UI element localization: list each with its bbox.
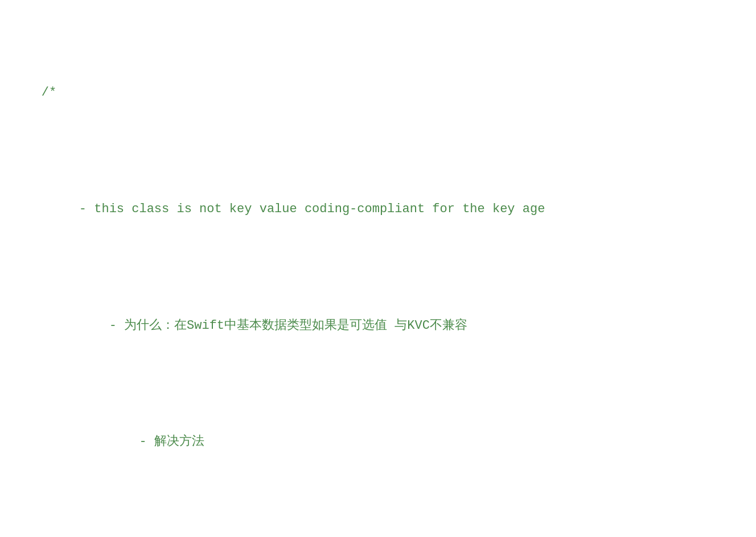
code-line-2: - this class is not key value coding-com… bbox=[11, 180, 745, 238]
comment-text: - this class is not key value coding-com… bbox=[42, 202, 545, 216]
comment-text: - 解决方法 bbox=[42, 435, 204, 449]
comment-text: /* bbox=[42, 85, 56, 100]
comment-text: - 为什么：在Swift中基本数据类型如果是可选值 与KVC不兼容 bbox=[42, 319, 467, 333]
code-line-3: - 为什么：在Swift中基本数据类型如果是可选值 与KVC不兼容 bbox=[11, 296, 745, 354]
code-line-4: - 解决方法 bbox=[11, 413, 745, 471]
code-line-5: - 直接赋值 var age: int = 0 bbox=[11, 530, 745, 537]
code-line-1: /* bbox=[11, 64, 745, 122]
code-editor: /* - this class is not key value coding-… bbox=[11, 6, 745, 537]
